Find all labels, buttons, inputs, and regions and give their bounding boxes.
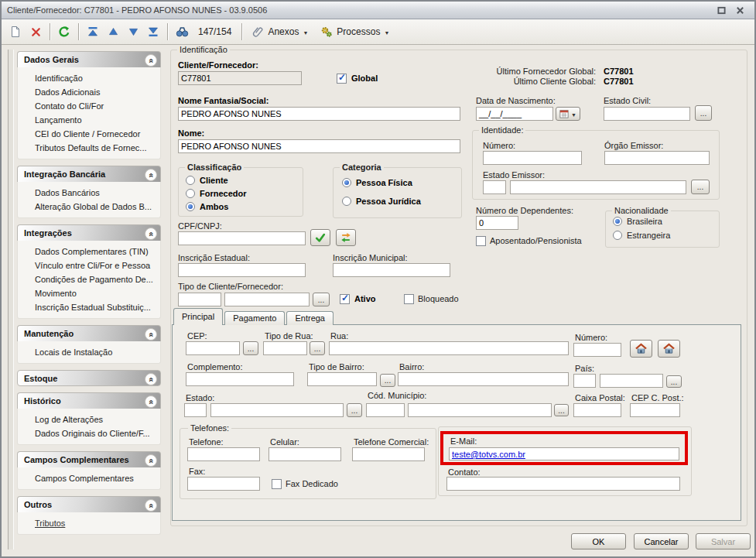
collapse-chevron-icon[interactable] xyxy=(145,228,157,240)
celular-field[interactable] xyxy=(269,447,341,461)
global-checkbox[interactable] xyxy=(337,74,347,84)
sidebar-splitter[interactable] xyxy=(8,50,14,549)
collapse-chevron-icon[interactable] xyxy=(145,499,157,512)
fax-field[interactable] xyxy=(187,477,260,491)
tipo-clifor-code-field[interactable] xyxy=(178,293,221,306)
new-record-button[interactable] xyxy=(5,22,26,41)
address-home-button-1[interactable] xyxy=(630,340,652,358)
cpf-validate-button[interactable] xyxy=(310,229,330,246)
sidebar-item-vinculo-pessoa[interactable]: Vínculo entre Cli/For e Pessoa xyxy=(18,258,160,272)
section-header[interactable]: Histórico xyxy=(17,392,161,409)
radio-cliente[interactable] xyxy=(186,176,195,185)
sidebar-item-dados-originais[interactable]: Dados Originais do Cliente/F... xyxy=(18,426,160,440)
orgao-emissor-field[interactable] xyxy=(604,151,710,165)
collapse-chevron-icon[interactable] xyxy=(145,54,157,67)
data-nascimento-field[interactable]: __/__/____ xyxy=(476,107,553,121)
tipo-bairro-lookup-button[interactable]: ... xyxy=(380,374,395,387)
section-header[interactable]: Manutenção xyxy=(17,325,161,341)
tipo-clifor-lookup-button[interactable]: ... xyxy=(313,293,330,306)
nome-fantasia-field[interactable]: PEDRO AFONSO NUNES xyxy=(178,107,460,121)
collapse-chevron-icon[interactable] xyxy=(145,328,157,341)
section-header[interactable]: Estoque xyxy=(17,370,161,386)
data-nascimento-calendar-button[interactable] xyxy=(556,107,580,121)
estado-civil-lookup-button[interactable]: ... xyxy=(695,105,712,121)
ativo-checkbox[interactable] xyxy=(340,294,350,304)
num-dependentes-field[interactable]: 0 xyxy=(476,216,518,230)
section-header[interactable]: Integração Bancária xyxy=(17,166,161,182)
section-header[interactable]: Campos Complementares xyxy=(17,451,161,467)
numero-field[interactable] xyxy=(573,343,621,357)
nav-last-button[interactable] xyxy=(143,22,163,41)
estado-name-field[interactable] xyxy=(210,403,344,417)
aposentado-checkbox[interactable] xyxy=(476,236,486,246)
radio-pessoa-juridica[interactable] xyxy=(342,197,351,206)
estado-lookup-button[interactable]: ... xyxy=(347,403,362,417)
collapse-chevron-icon[interactable] xyxy=(145,454,157,467)
tipo-clifor-name-field[interactable] xyxy=(224,293,310,306)
estado-civil-field[interactable] xyxy=(604,107,690,121)
sidebar-item-condicoes-pagamento[interactable]: Condições de Pagamento De... xyxy=(18,272,160,286)
sidebar-item-log-alteracoes[interactable]: Log de Alterações xyxy=(18,413,160,426)
identidade-numero-field[interactable] xyxy=(483,151,582,165)
contato-field[interactable] xyxy=(446,477,680,491)
tab-entrega[interactable]: Entrega xyxy=(286,311,334,325)
sidebar-item-inscricao-substituicao[interactable]: Inscrição Estadual Substituiç... xyxy=(18,300,160,314)
tipo-bairro-field[interactable] xyxy=(307,372,377,386)
nav-next-button[interactable] xyxy=(123,22,143,41)
cancelar-button[interactable]: Cancelar xyxy=(634,533,689,549)
estado-emissor-code-field[interactable] xyxy=(483,180,506,194)
cpf-cnpj-field[interactable] xyxy=(178,231,306,245)
cep-lookup-button[interactable]: ... xyxy=(243,341,258,355)
radio-estrangeira[interactable] xyxy=(613,231,622,240)
radio-brasileira[interactable] xyxy=(613,217,622,226)
tab-pagamento[interactable]: Pagamento xyxy=(224,311,285,325)
collapse-chevron-icon[interactable] xyxy=(145,395,157,408)
search-button[interactable] xyxy=(172,22,192,41)
section-header[interactable]: Dados Gerais xyxy=(17,51,161,67)
section-header[interactable]: Outros xyxy=(17,496,161,512)
bairro-field[interactable] xyxy=(398,372,569,386)
refresh-button[interactable] xyxy=(54,22,74,41)
pais-code-field[interactable] xyxy=(573,374,596,388)
bloqueado-checkbox[interactable] xyxy=(404,294,414,304)
pais-name-field[interactable] xyxy=(600,374,663,388)
cod-municipio-code-field[interactable] xyxy=(366,403,405,417)
cpf-swap-button[interactable] xyxy=(336,229,356,246)
delete-record-button[interactable] xyxy=(26,22,46,41)
sidebar-item-campos-complementares[interactable]: Campos Complementares xyxy=(18,471,160,485)
sidebar-item-movimento[interactable]: Movimento xyxy=(18,286,160,300)
rua-field[interactable] xyxy=(329,341,569,355)
sidebar-item-identificacao[interactable]: Identificação xyxy=(18,71,160,85)
anexos-button[interactable]: Anexos xyxy=(246,22,314,41)
cep-c-post-field[interactable] xyxy=(630,403,680,417)
section-header[interactable]: Integrações xyxy=(17,224,161,241)
collapse-chevron-icon[interactable] xyxy=(145,169,157,181)
nav-first-button[interactable] xyxy=(83,22,103,41)
sidebar-item-contato-clifor[interactable]: Contato do Cli/For xyxy=(18,99,160,113)
sidebar-item-cei[interactable]: CEI do Cliente / Fornecedor xyxy=(18,127,160,141)
processos-button[interactable]: Processos xyxy=(314,22,395,41)
complemento-field[interactable] xyxy=(186,372,294,386)
sidebar-item-locais-instalacao[interactable]: Locais de Instalação xyxy=(18,345,160,359)
sidebar-item-dados-complementares[interactable]: Dados Complementares (TIN) xyxy=(18,245,160,258)
sidebar-item-tributos[interactable]: Tributos xyxy=(18,516,160,530)
tipo-rua-field[interactable] xyxy=(263,341,307,355)
tab-principal[interactable]: Principal xyxy=(173,308,223,325)
pais-lookup-button[interactable]: ... xyxy=(666,375,682,388)
address-home-button-2[interactable] xyxy=(658,340,680,358)
tipo-rua-lookup-button[interactable]: ... xyxy=(310,341,325,355)
telefone-field[interactable] xyxy=(187,447,260,461)
collapse-chevron-icon[interactable] xyxy=(145,373,157,385)
sidebar-item-alteracao-global[interactable]: Alteração Global de Dados B... xyxy=(18,200,160,214)
telefone-comercial-field[interactable] xyxy=(352,447,425,461)
nav-previous-button[interactable] xyxy=(103,22,123,41)
fax-dedicado-checkbox[interactable] xyxy=(272,479,282,489)
email-link[interactable]: teste@totvs.com.br xyxy=(452,450,525,459)
nome-field[interactable]: PEDRO AFONSO NUNES xyxy=(178,139,460,153)
caixa-postal-field[interactable] xyxy=(573,403,621,417)
radio-ambos[interactable] xyxy=(186,202,195,211)
salvar-button[interactable]: Salvar xyxy=(696,533,751,549)
cep-field[interactable] xyxy=(186,341,240,355)
estado-emissor-name-field[interactable] xyxy=(510,180,686,194)
sidebar-item-dados-bancarios[interactable]: Dados Bancários xyxy=(18,186,160,200)
